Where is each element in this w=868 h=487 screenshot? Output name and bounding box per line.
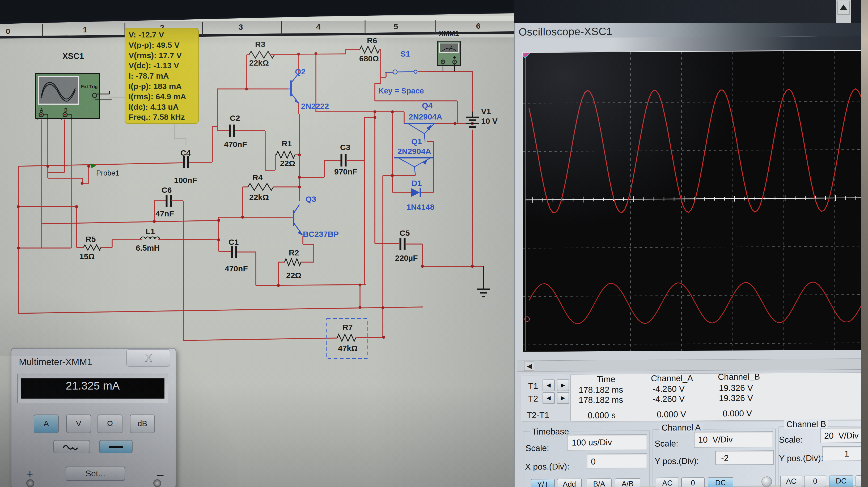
- svg-text:22Ω: 22Ω: [280, 159, 295, 168]
- svg-text:970nF: 970nF: [334, 167, 358, 176]
- svg-text:XSC1: XSC1: [62, 52, 84, 61]
- svg-text:2N2904A: 2N2904A: [398, 147, 431, 156]
- svg-text:+: +: [37, 117, 39, 121]
- svg-text:10 V: 10 V: [481, 117, 498, 125]
- svg-text:R6: R6: [367, 36, 377, 45]
- svg-text:2N2904A: 2N2904A: [409, 112, 442, 121]
- svg-text:22Ω: 22Ω: [286, 271, 301, 280]
- svg-text:47kΩ: 47kΩ: [338, 344, 358, 353]
- svg-text:R3: R3: [255, 40, 265, 48]
- svg-text:2N2222: 2N2222: [301, 102, 329, 110]
- svg-text:L1: L1: [146, 227, 155, 236]
- svg-text:6.5mH: 6.5mH: [136, 244, 160, 252]
- svg-text:V1: V1: [481, 107, 491, 116]
- svg-text:C6: C6: [161, 186, 172, 194]
- svg-text:T: T: [523, 53, 525, 57]
- svg-text:B: B: [64, 107, 67, 112]
- svg-text:R5: R5: [86, 235, 96, 244]
- svg-text:470nF: 470nF: [224, 140, 247, 149]
- svg-text:D1: D1: [411, 179, 422, 188]
- svg-text:47nF: 47nF: [155, 209, 174, 218]
- svg-text:100nF: 100nF: [174, 176, 197, 185]
- svg-text:R2: R2: [289, 248, 299, 257]
- svg-text:R1: R1: [282, 139, 292, 148]
- svg-text:V(p-p): 49.5 V: V(p-p): 49.5 V: [129, 41, 180, 50]
- svg-text:I: -78.7 mA: I: -78.7 mA: [129, 71, 169, 80]
- svg-text:C2: C2: [230, 113, 240, 122]
- svg-text:C1: C1: [228, 238, 239, 247]
- svg-text:C3: C3: [340, 143, 350, 152]
- svg-text:R7: R7: [342, 323, 352, 332]
- svg-text:22kΩ: 22kΩ: [249, 58, 269, 67]
- svg-text:Freq.: 7.58 kHz: Freq.: 7.58 kHz: [129, 112, 185, 121]
- svg-text:220µF: 220µF: [395, 254, 418, 262]
- svg-text:I(p-p): 183 mA: I(p-p): 183 mA: [129, 82, 182, 91]
- svg-text:V(rms): 17.7 V: V(rms): 17.7 V: [129, 51, 182, 60]
- svg-text:V(dc): -1.13 V: V(dc): -1.13 V: [129, 61, 179, 70]
- svg-text:-: -: [50, 117, 51, 121]
- svg-text:I(dc): 4.13 uA: I(dc): 4.13 uA: [129, 102, 179, 111]
- svg-text:Ext Trig: Ext Trig: [81, 84, 97, 89]
- svg-text:Key = Space: Key = Space: [378, 87, 424, 95]
- svg-text:R4: R4: [252, 173, 263, 182]
- svg-text:680Ω: 680Ω: [359, 54, 379, 63]
- svg-text:+: +: [61, 117, 63, 121]
- svg-text:-: -: [73, 117, 75, 121]
- svg-text:1N4148: 1N4148: [406, 203, 434, 212]
- svg-text:Q3: Q3: [306, 195, 316, 203]
- svg-text:Q4: Q4: [422, 101, 433, 110]
- svg-text:C4: C4: [180, 149, 191, 157]
- svg-text:A: A: [40, 107, 43, 112]
- svg-text:C5: C5: [400, 229, 410, 237]
- svg-text:S1: S1: [400, 50, 410, 58]
- svg-text:Q1: Q1: [411, 137, 422, 146]
- svg-text:BC237BP: BC237BP: [303, 230, 339, 238]
- svg-text:15Ω: 15Ω: [80, 252, 95, 261]
- svg-text:Q2: Q2: [295, 67, 306, 76]
- svg-text:470nF: 470nF: [225, 264, 248, 273]
- svg-text:Probe1: Probe1: [96, 169, 119, 177]
- svg-text:I(rms): 64.9 mA: I(rms): 64.9 mA: [129, 92, 186, 101]
- svg-text:22kΩ: 22kΩ: [249, 193, 269, 201]
